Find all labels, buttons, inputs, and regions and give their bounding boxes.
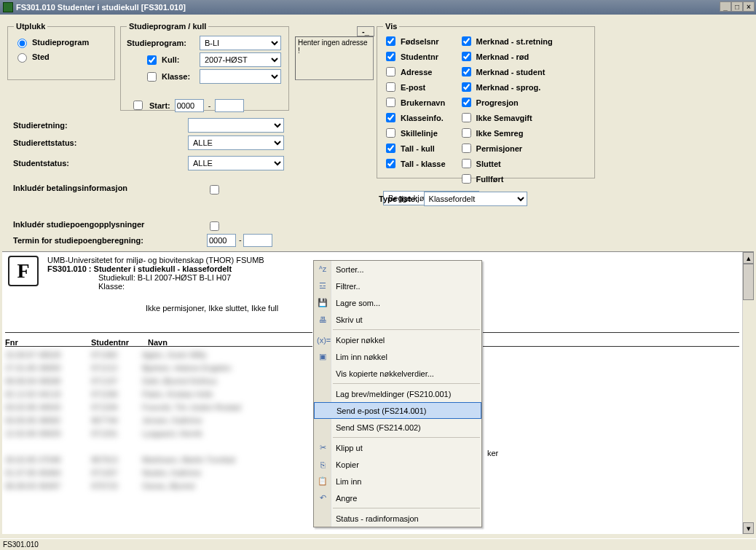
start-year[interactable] [175,99,204,112]
menu-filtrer[interactable]: ☲Filtrer.. [314,278,481,294]
vis-legend: Vis [383,22,399,31]
address-msgbox: Henter ingen adresse ! [295,36,374,80]
chk-betaling[interactable] [210,185,219,195]
vis-lbl-left-8: Tall - klasse [401,160,446,168]
studierett-select[interactable]: ALLE [188,135,284,150]
status-bar: FS301.010 [0,538,756,550]
table-row[interactable]: 02.12.82 44118971200Flatre, Kristian Hof… [5,390,241,403]
menu-angre[interactable]: ↶Angre [314,490,481,506]
vis-chk-left-0[interactable] [386,36,395,46]
studieretning-select[interactable] [188,118,284,133]
msgbox-tab[interactable]: -_ [357,26,374,36]
vis-chk-right-4[interactable] [462,98,471,107]
typeliste-select[interactable]: Klassefordelt [424,192,527,206]
chk-studiepoeng[interactable] [210,221,219,231]
scroll-thumb[interactable] [743,264,754,300]
vis-chk-left-7[interactable] [386,144,395,153]
menu-klipput[interactable]: ✂Klipp ut [314,439,481,456]
key-copy-icon: (x)= [317,336,328,345]
menu-liminn[interactable]: 📋Lim inn [314,473,481,490]
vis-lbl-left-4: Brukernavn [401,98,445,107]
report-title: FS301.010 : Studenter i studiekull - kla… [47,264,278,273]
report-klasse: Klasse: [98,282,278,291]
table-row[interactable]: 26.02.85 37548967913Martinsen, Martin Tr… [5,455,241,468]
vis-chk-left-4[interactable] [386,98,395,107]
table-row[interactable]: 09.06.84 36508971197Dahl, Øyvind Kirkhus [5,377,241,390]
studentstatus-select[interactable]: ALLE [188,156,284,170]
lbl-studentstatus: Studentstatus: [13,159,69,168]
menu-kopier[interactable]: ⎘Kopier [314,456,481,473]
table-row[interactable]: 27.01.85 39093971212Bjørken, Helene Enge… [5,364,241,377]
vis-lbl-left-0: Fødselsnr [401,37,439,46]
chk-start[interactable] [133,101,143,110]
vis-chk-right-6[interactable] [462,128,471,138]
vis-chk-right-1[interactable] [462,52,471,61]
vis-chk-left-2[interactable] [386,67,395,76]
scrollbar[interactable]: ▴ ▾ [742,252,754,534]
start-term[interactable] [215,99,244,112]
address-msg-text: Henter ingen adresse ! [298,39,368,55]
vis-chk-left-6[interactable] [386,128,395,138]
maximize-button[interactable]: □ [731,1,743,12]
lbl-studiepoeng: Inkludér studiepoengopplysninger [13,220,144,229]
kull-label: Kull: [162,55,179,64]
menu-liminn-nokkel[interactable]: ▣Lim inn nøkkel [314,348,481,365]
vis-chk-right-0[interactable] [462,36,471,46]
table-row[interactable]: 03.05.85 38092967744Jensen, Kathrine [5,416,241,429]
table-row[interactable]: 12.02.80 30929971201Lysgaard, Henrik [5,429,241,442]
kull-select[interactable]: 2007-HØST [200,52,281,67]
lbl-studieretning: Studieretning: [13,121,68,130]
menu-send-epost[interactable]: Send e-post (FS214.001) [314,402,481,419]
vis-chk-right-8[interactable] [462,159,471,168]
klasse-select[interactable] [200,69,281,84]
menu-send-sms[interactable]: Send SMS (FS214.002) [314,419,481,436]
vis-chk-left-8[interactable] [386,159,395,168]
typeliste-label: Type liste: [379,195,418,203]
sp-select[interactable]: B-LI [200,36,281,50]
termin-term[interactable] [243,234,272,247]
vis-chk-right-9[interactable] [462,174,471,184]
scroll-up-icon[interactable]: ▴ [743,252,754,264]
vis-chk-right-5[interactable] [462,113,471,122]
menu-skrivut[interactable]: 🖶Skriv ut [314,311,481,328]
radio-sted[interactable] [17,53,27,63]
cut-icon: ✂ [317,443,328,452]
menu-lagresom[interactable]: 💾Lagre som... [314,294,481,311]
menu-lagbrev[interactable]: Lag brev/meldinger (FS210.001) [314,385,481,402]
scroll-down-icon[interactable]: ▾ [743,522,754,534]
chk-kull[interactable] [147,55,157,65]
dash: - [208,101,211,110]
window-title: FS301.010 Studenter i studiekull [FS301.… [16,3,186,12]
minimize-button[interactable]: _ [720,1,731,12]
menu-sorter[interactable]: ᴬzSorter... [314,261,481,278]
table-row[interactable]: 03.02.86 34543971204Fosvold, Tim Josten … [5,403,241,416]
vis-group: Vis FødselsnrStudentnrAdresseE-postBruke… [377,22,595,178]
start-label: Start: [149,101,170,110]
lbl-studierett: Studierettstatus: [13,138,76,147]
table-row[interactable]: 06.08.83 36397970723Osnes, Øyvind [5,482,241,495]
vis-lbl-right-0: Merknad - st.retning [476,37,553,46]
table-row[interactable]: 15.09.87 48528971382Agten, Svein Willy [5,350,241,364]
vis-chk-right-2[interactable] [462,67,471,76]
vis-chk-left-3[interactable] [386,82,395,92]
chk-klasse[interactable] [147,72,157,82]
menu-kopier-nokkel[interactable]: (x)=Kopier nøkkel [314,331,481,348]
termin-year[interactable] [207,234,236,247]
radio-studieprogram[interactable] [17,39,27,48]
vis-chk-right-7[interactable] [462,144,471,153]
vis-chk-right-3[interactable] [462,82,471,92]
vis-chk-left-5[interactable] [386,113,395,122]
table-row[interactable]: 01.07.85 45464971207Neslen, Kathrine [5,468,241,482]
undo-icon: ↶ [317,493,328,503]
sort-icon: ᴬz [317,264,328,274]
studieprogram-group: Studieprogram / kull Studieprogram: B-LI… [120,22,289,111]
print-icon: 🖶 [317,315,328,324]
menu-vis-nokkel[interactable]: Vis kopierte nøkkelverdier... [314,365,481,382]
close-button[interactable]: × [743,1,755,12]
vis-chk-left-1[interactable] [386,52,395,61]
lbl-betaling: Inkludér betalingsinformasjon [13,184,127,192]
menu-status[interactable]: Status - radinformasjon [314,510,481,527]
status-text: FS301.010 [3,541,39,549]
vis-lbl-left-7: Tall - kull [401,144,435,153]
vis-lbl-right-9: Fullført [476,175,504,184]
